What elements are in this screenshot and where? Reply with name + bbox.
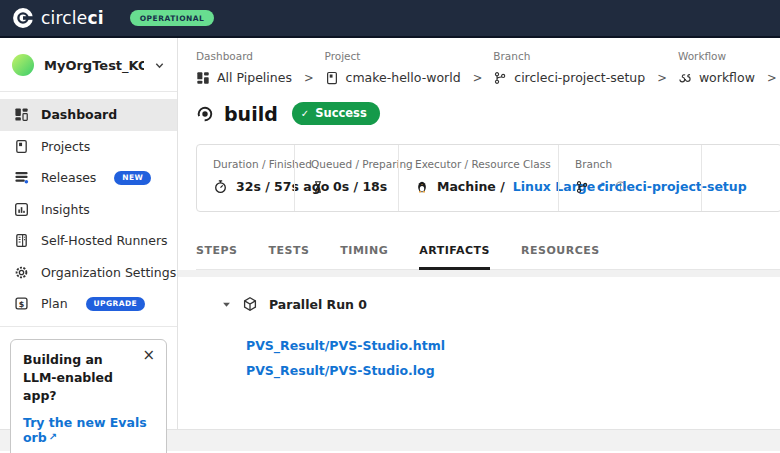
card-overflow [701, 145, 780, 211]
tab-steps[interactable]: STEPS [196, 236, 237, 270]
tab-tests[interactable]: TESTS [268, 236, 309, 270]
breadcrumb-link-project[interactable]: cmake-hello-world > [325, 70, 483, 85]
status-badge-operational[interactable]: OPERATIONAL [130, 10, 215, 26]
promo-card: Building an LLM-enabled app? × Try the n… [10, 339, 167, 453]
breadcrumb-project: Project cmake-hello-world > [325, 50, 483, 85]
artifacts-panel: Parallel Run 0 PVS_Result/PVS-Studio.htm… [196, 277, 780, 378]
breadcrumb: Dashboard All Pipelines > Projec [196, 50, 780, 85]
breadcrumb-workflow: Workflow workflow > [678, 50, 777, 85]
sidebar-item-self-hosted-runners[interactable]: Self-Hosted Runners [0, 225, 177, 257]
releases-icon [14, 170, 29, 185]
artifact-links: PVS_Result/PVS-Studio.html PVS_Result/PV… [196, 312, 780, 378]
org-name: MyOrgTest_KO... [44, 58, 144, 73]
external-link-icon: ↗ [49, 431, 57, 442]
tab-timing[interactable]: TIMING [340, 236, 388, 270]
tab-resources[interactable]: RESOURCES [521, 236, 600, 270]
org-avatar [12, 54, 34, 76]
runners-icon [14, 233, 29, 248]
sidebar-item-releases[interactable]: Releases NEW [0, 162, 177, 194]
sidebar-item-insights[interactable]: Insights [0, 194, 177, 226]
workflow-icon [678, 71, 692, 85]
breadcrumb-branch: Branch circleci-project-setup > [493, 50, 667, 85]
sidebar-item-plan[interactable]: $ Plan UPGRADE [0, 288, 177, 320]
sidebar-item-label: Projects [41, 139, 90, 154]
breadcrumb-link-workflow[interactable]: workflow > [678, 70, 777, 85]
card-executor-resource-class: Executor / Resource Class Machine / Linu… [398, 145, 558, 211]
svg-text:$: $ [19, 300, 25, 309]
card-branch: Branch circleci-project-setup [558, 145, 701, 211]
new-badge: NEW [114, 171, 151, 185]
sidebar-nav: Dashboard Projects [0, 92, 177, 326]
job-summary-cards: Duration / Finished 32s / 57s ago Queued… [196, 144, 780, 212]
breadcrumb-link-branch[interactable]: circleci-project-setup > [493, 70, 667, 85]
promo-title: Building an LLM-enabled app? [23, 351, 154, 405]
package-icon [242, 296, 258, 312]
sidebar-item-dashboard[interactable]: Dashboard [0, 99, 177, 131]
dashboard-icon [196, 71, 210, 85]
insights-icon [14, 202, 29, 217]
breadcrumb-link-all-pipelines[interactable]: All Pipelines > [196, 70, 314, 85]
sidebar-item-label: Plan [41, 296, 68, 311]
branch-icon [575, 180, 589, 194]
breadcrumb-separator: > [304, 71, 314, 85]
stopwatch-icon [213, 179, 228, 194]
project-icon [325, 71, 339, 85]
org-switcher[interactable]: MyOrgTest_KO... [0, 38, 177, 91]
branch-icon [493, 71, 507, 85]
parallel-run-toggle[interactable]: Parallel Run 0 [196, 296, 780, 312]
gear-icon [14, 265, 29, 280]
sidebar-item-label: Dashboard [41, 107, 117, 122]
top-bar: circleci OPERATIONAL [0, 0, 780, 38]
breadcrumb-dashboard: Dashboard All Pipelines > [196, 50, 314, 85]
circleci-logo[interactable]: circleci [12, 7, 104, 29]
plan-icon: $ [14, 296, 29, 311]
sidebar: MyOrgTest_KO... Dashboard [0, 38, 178, 429]
breadcrumb-separator: > [657, 71, 667, 85]
sidebar-item-projects[interactable]: Projects [0, 131, 177, 163]
tabs-shadow-strip [178, 270, 780, 277]
sidebar-item-organization-settings[interactable]: Organization Settings [0, 257, 177, 289]
caret-down-icon [222, 300, 231, 309]
status-badge-success[interactable]: ✓ Success [292, 102, 380, 125]
dashboard-icon [14, 107, 29, 122]
job-header: build ✓ Success [196, 102, 780, 125]
job-tabs: STEPS TESTS TIMING ARTIFACTS RESOURCES [196, 236, 780, 270]
artifact-link-log[interactable]: PVS_Result/PVS-Studio.log [246, 363, 780, 378]
sidebar-item-label: Insights [41, 202, 90, 217]
artifact-link-html[interactable]: PVS_Result/PVS-Studio.html [246, 338, 780, 353]
card-queued-preparing: Queued / Preparing 0s / 18s [294, 145, 398, 211]
tab-artifacts[interactable]: ARTIFACTS [419, 236, 490, 270]
card-duration-finished: Duration / Finished 32s / 57s ago [197, 145, 294, 211]
promo-link[interactable]: Try the new Evals orb↗ [23, 415, 154, 445]
page-title: build [224, 103, 278, 125]
sidebar-item-label: Releases [41, 170, 96, 185]
circleci-logo-icon [12, 7, 34, 29]
external-link-icon: ↗ [597, 180, 605, 191]
hourglass-icon [311, 180, 325, 194]
check-icon: ✓ [301, 108, 309, 119]
parallel-run-label: Parallel Run 0 [269, 297, 367, 312]
breadcrumb-separator: > [473, 71, 483, 85]
sidebar-item-label: Self-Hosted Runners [41, 233, 168, 248]
linux-icon [415, 179, 429, 194]
sidebar-divider [0, 326, 177, 327]
job-icon [196, 105, 214, 123]
breadcrumb-separator: > [767, 71, 777, 85]
close-icon[interactable]: × [142, 348, 155, 363]
logo-text: circleci [41, 8, 104, 28]
main-content: Dashboard All Pipelines > Projec [178, 38, 780, 429]
chevron-down-icon [154, 60, 165, 71]
upgrade-badge: UPGRADE [86, 297, 145, 311]
projects-icon [14, 139, 29, 154]
sidebar-item-label: Organization Settings [41, 265, 176, 280]
